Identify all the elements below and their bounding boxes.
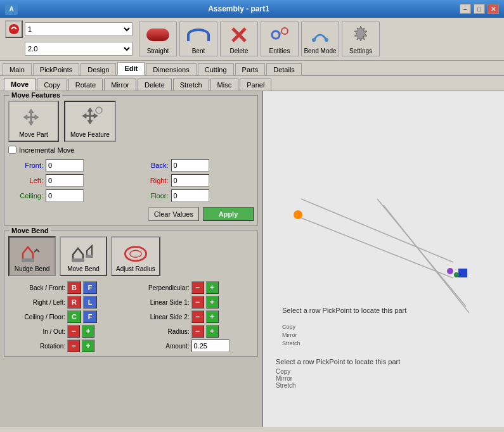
front-btn[interactable]: F (83, 281, 97, 294)
tab-rotate[interactable]: Rotate (68, 79, 103, 91)
number-dropdown[interactable]: 1 (25, 22, 132, 36)
tab-design[interactable]: Design (81, 63, 116, 75)
move-part-icon (18, 105, 49, 130)
tab-copy[interactable]: Copy (37, 79, 67, 91)
linear-side1-row: Linear Side 1: − + (132, 296, 254, 308)
clear-values-button[interactable]: Clear Values (148, 207, 199, 221)
app-icon: A (5, 3, 18, 15)
ceiling-input[interactable] (46, 189, 84, 202)
value-dropdown[interactable]: 2.0 (25, 42, 132, 56)
move-bend-group: Move Bend Nudge Bend (4, 231, 258, 357)
perp-minus-btn[interactable]: − (191, 281, 204, 294)
delete-icon (228, 23, 250, 46)
move-part-button[interactable]: Move Part (8, 101, 59, 142)
settings-icon (349, 23, 372, 46)
linear-side1-label: Linear Side 1: (132, 299, 190, 306)
ceiling-btn[interactable]: C (67, 310, 81, 323)
svg-point-14 (130, 250, 141, 257)
radius-minus-btn[interactable]: − (191, 325, 204, 338)
canvas-area: Select a row PickPoint to locate this pa… (263, 91, 504, 427)
tab-dimensions[interactable]: Dimensions (146, 63, 196, 75)
rotation-minus-btn[interactable]: − (67, 340, 80, 352)
svg-point-9 (96, 107, 102, 113)
left-input[interactable] (46, 174, 84, 187)
tab-pickpoints[interactable]: PickPoints (33, 63, 79, 75)
straight-button[interactable]: Straight (139, 22, 177, 56)
tab-cutting[interactable]: Cutting (198, 63, 234, 75)
left-btn[interactable]: L (83, 296, 97, 308)
back-input[interactable] (171, 159, 209, 172)
bend-mode-button[interactable]: Bend Mode (301, 22, 339, 56)
move-feature-icon (74, 105, 106, 130)
tab-move[interactable]: Move (4, 78, 36, 91)
back-btn[interactable]: B (67, 281, 81, 294)
in-btn[interactable]: − (67, 325, 80, 338)
right-left-label: Right / Left: (8, 299, 65, 306)
minimize-button[interactable]: − (460, 4, 471, 14)
tab-details[interactable]: Details (266, 63, 302, 75)
amount-input[interactable] (191, 340, 229, 352)
tab-panel[interactable]: Panel (240, 79, 271, 91)
rotation-plus-btn[interactable]: + (82, 340, 94, 352)
in-out-label: In / Out: (8, 328, 65, 335)
perp-plus-btn[interactable]: + (206, 281, 219, 294)
move-bend-inner-button[interactable]: Move Bend (60, 236, 107, 276)
entities-icon (268, 23, 291, 46)
linear2-minus-btn[interactable]: − (191, 310, 204, 323)
svg-point-7 (325, 38, 328, 42)
ceiling-label: Ceiling: (8, 192, 43, 200)
adjust-radius-button[interactable]: Adjust Radius (111, 236, 160, 276)
radius-row: Radius: − + (132, 325, 254, 338)
linear-side2-label: Linear Side 2: (132, 314, 190, 321)
nudge-bend-button[interactable]: Nudge Bend (8, 236, 56, 276)
bend-mode-icon (309, 23, 332, 46)
nudge-bend-icon (17, 240, 48, 264)
right-left-row: Right / Left: R L (8, 296, 130, 308)
bent-button[interactable]: Bent (179, 22, 217, 56)
right-input[interactable] (171, 174, 209, 187)
apply-button[interactable]: Apply (203, 207, 254, 221)
tab-parts[interactable]: Parts (235, 63, 266, 75)
tab-main[interactable]: Main (3, 63, 32, 75)
out-btn[interactable]: + (82, 325, 94, 338)
window-title: Assembly - part1 (208, 4, 269, 13)
incremental-move-checkbox[interactable] (8, 146, 16, 154)
entities-button[interactable]: Entities (261, 22, 299, 56)
svg-point-3 (272, 31, 280, 39)
tab-mirror[interactable]: Mirror (104, 79, 136, 91)
linear1-plus-btn[interactable]: + (206, 296, 219, 308)
front-input[interactable] (46, 159, 84, 172)
toolbar: 1 2.0 Straight Bent Delete (0, 18, 504, 61)
radius-plus-btn[interactable]: + (206, 325, 219, 338)
tab-edit[interactable]: Edit (117, 62, 145, 75)
back-label: Back: (134, 162, 169, 169)
incremental-move-label: Incremental Move (19, 146, 74, 154)
overlay-label-stretch: Stretch (276, 382, 400, 389)
move-feature-button[interactable]: Move Feature (64, 101, 116, 142)
linear2-plus-btn[interactable]: + (206, 310, 219, 323)
linear1-minus-btn[interactable]: − (191, 296, 204, 308)
right-label: Right: (134, 177, 169, 184)
close-button[interactable]: ✕ (488, 4, 499, 14)
maximize-button[interactable]: □ (474, 4, 485, 14)
right-btn[interactable]: R (67, 296, 81, 308)
move-bend-title: Move Bend (10, 227, 51, 234)
delete-toolbar-button[interactable]: Delete (220, 22, 258, 56)
tab-stretch[interactable]: Stretch (173, 79, 209, 91)
svg-point-0 (9, 24, 19, 34)
ceiling-input-row: Ceiling: (8, 189, 129, 202)
tab-delete[interactable]: Delete (138, 79, 172, 91)
back-front-row: Back / Front: B F (8, 281, 130, 294)
svg-point-6 (312, 38, 316, 42)
back-input-row: Back: (134, 159, 254, 172)
top-tabs: Main PickPoints Design Edit Dimensions C… (0, 61, 504, 76)
svg-rect-12 (86, 255, 93, 258)
floor-btn[interactable]: F (83, 310, 97, 323)
settings-button[interactable]: Settings (342, 22, 380, 56)
ceiling-floor-label: Ceiling / Floor: (8, 314, 65, 321)
title-bar: A Assembly - part1 − □ ✕ (0, 0, 504, 18)
floor-input[interactable] (171, 189, 209, 202)
tab-misc[interactable]: Misc (210, 79, 239, 91)
status-text: Select a row PickPoint to locate this pa… (276, 358, 400, 389)
move-features-title: Move Features (10, 91, 62, 99)
